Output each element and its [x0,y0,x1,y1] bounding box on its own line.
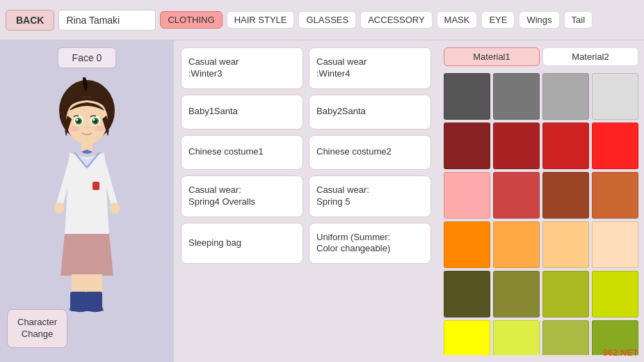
color-swatch[interactable] [444,221,490,268]
tab-tail[interactable]: Tail [564,11,593,29]
color-swatch[interactable] [592,73,638,120]
color-swatch-panel: Material1 Material2 [438,40,644,362]
tab-accessory[interactable]: ACCESSORY [360,11,432,29]
watermark: 962.NET [603,347,638,358]
clothing-item[interactable]: Casual wear :Winter3 [181,47,303,89]
tab-glasses[interactable]: GLASSES [298,11,356,29]
color-swatch[interactable] [592,221,638,268]
color-swatch[interactable] [592,123,638,169]
color-swatch[interactable] [592,172,638,219]
clothing-item[interactable]: Chinese costume1 [181,135,303,170]
clothing-item[interactable]: Casual wear: Spring 5 [309,175,431,217]
clothing-item[interactable]: Sleeping bag [181,223,303,265]
color-grid [444,73,638,355]
color-swatch[interactable] [542,221,589,268]
svg-point-10 [93,119,95,121]
color-swatch[interactable] [493,172,540,219]
color-swatch[interactable] [444,73,490,120]
tab-mask[interactable]: MASK [437,11,478,29]
character-figure [17,74,156,317]
clothing-item[interactable]: Baby1Santa [181,95,303,129]
back-button[interactable]: BACK [6,10,54,31]
svg-point-11 [70,126,79,132]
svg-point-15 [110,203,120,214]
color-swatch[interactable] [493,320,540,355]
clothing-item[interactable]: Casual wear :Winter4 [309,47,431,89]
color-swatch[interactable] [444,271,490,317]
tab-clothing[interactable]: CLOTHING [160,11,222,29]
clothing-item[interactable]: Baby2Santa [309,95,431,129]
color-swatch[interactable] [542,123,589,169]
color-swatch[interactable] [493,73,540,120]
tab-wings[interactable]: Wings [519,11,559,29]
character-name-input[interactable] [58,10,156,31]
clothing-item[interactable]: Casual wear: Spring4 Overalls [181,175,303,217]
tab-eye[interactable]: EYE [481,11,515,29]
svg-point-12 [95,126,104,132]
material2-tab[interactable]: Material2 [542,47,638,66]
color-swatch[interactable] [444,172,490,219]
character-svg [24,77,150,314]
color-swatch[interactable] [542,73,589,120]
top-navigation-bar: BACK CLOTHING HAIR STYLE GLASSES ACCESSO… [0,0,644,40]
svg-rect-20 [92,182,99,190]
color-swatch[interactable] [542,172,589,219]
color-swatch[interactable] [493,221,540,268]
color-swatch[interactable] [444,320,490,355]
svg-point-13 [85,150,89,154]
color-swatch[interactable] [542,271,589,317]
face-label: Face 0 [58,47,117,68]
color-swatch[interactable] [444,123,490,169]
tab-hairstyle[interactable]: HAIR STYLE [227,11,295,29]
svg-point-6 [77,119,79,121]
clothing-list-panel: Casual wear :Winter3Casual wear :Winter4… [174,40,438,362]
color-swatch[interactable] [542,320,589,355]
color-swatch[interactable] [493,123,540,169]
color-swatch[interactable] [592,271,638,317]
svg-point-14 [54,203,64,214]
character-change-button[interactable]: CharacterChange [7,309,67,348]
color-swatch[interactable] [493,271,540,317]
clothing-item[interactable]: Uniform (Summer: Color changeable) [309,223,431,265]
clothing-item[interactable]: Chinese costume2 [309,135,431,170]
material-tabs: Material1 Material2 [444,47,638,66]
character-preview-panel: Face 0 [0,40,174,362]
material1-tab[interactable]: Material1 [444,47,540,66]
